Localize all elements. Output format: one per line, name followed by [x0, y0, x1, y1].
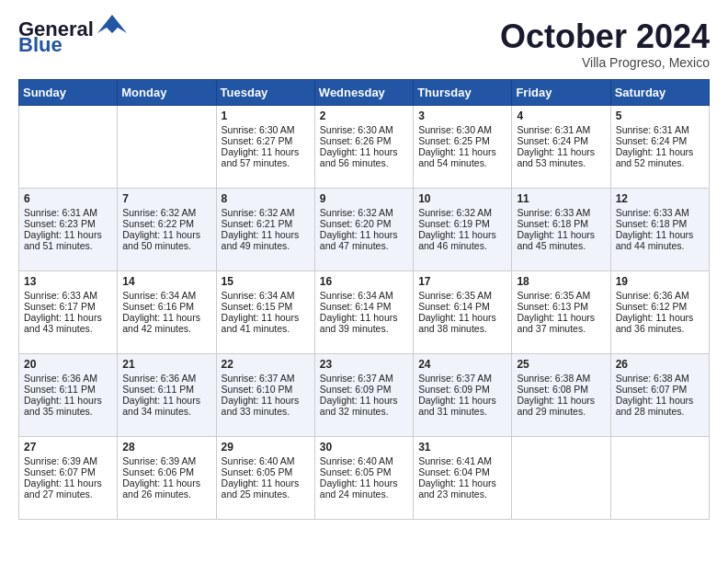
day-info: Sunset: 6:08 PM: [517, 384, 605, 395]
day-info: Sunset: 6:09 PM: [320, 384, 408, 395]
calendar-cell: 4Sunrise: 6:31 AMSunset: 6:24 PMDaylight…: [512, 105, 610, 188]
day-number: 7: [122, 192, 210, 205]
day-info: Sunset: 6:12 PM: [616, 301, 704, 312]
day-number: 4: [517, 109, 605, 122]
day-info: Sunset: 6:27 PM: [222, 135, 310, 146]
calendar-cell: 29Sunrise: 6:40 AMSunset: 6:05 PMDayligh…: [216, 436, 314, 519]
calendar-cell: 24Sunrise: 6:37 AMSunset: 6:09 PMDayligh…: [414, 353, 512, 436]
day-info: Sunrise: 6:30 AM: [222, 124, 310, 135]
day-info: Sunset: 6:23 PM: [24, 218, 112, 229]
weekday-header: Wednesday: [314, 79, 413, 105]
day-info: Daylight: 11 hours and 23 minutes.: [418, 477, 506, 500]
day-info: Daylight: 11 hours and 28 minutes.: [616, 395, 704, 417]
day-number: 15: [222, 275, 310, 288]
day-info: Daylight: 11 hours and 54 minutes.: [418, 146, 506, 168]
day-info: Sunset: 6:13 PM: [517, 301, 605, 312]
day-number: 17: [418, 275, 506, 288]
calendar-cell: 14Sunrise: 6:34 AMSunset: 6:16 PMDayligh…: [118, 270, 216, 353]
day-number: 9: [320, 192, 408, 205]
day-info: Sunrise: 6:36 AM: [122, 373, 210, 384]
day-info: Sunrise: 6:31 AM: [517, 124, 605, 135]
day-info: Daylight: 11 hours and 34 minutes.: [122, 395, 210, 417]
day-info: Daylight: 11 hours and 32 minutes.: [320, 395, 408, 417]
day-number: 1: [222, 109, 310, 122]
day-info: Sunrise: 6:39 AM: [24, 455, 112, 466]
day-info: Sunset: 6:10 PM: [222, 384, 310, 395]
day-info: Sunrise: 6:30 AM: [320, 124, 408, 135]
weekday-header-row: SundayMondayTuesdayWednesdayThursdayFrid…: [19, 79, 710, 105]
day-info: Sunrise: 6:37 AM: [320, 373, 408, 384]
calendar-cell: 8Sunrise: 6:32 AMSunset: 6:21 PMDaylight…: [216, 188, 314, 270]
calendar-cell: 23Sunrise: 6:37 AMSunset: 6:09 PMDayligh…: [314, 353, 413, 436]
calendar-cell: 27Sunrise: 6:39 AMSunset: 6:07 PMDayligh…: [19, 436, 118, 519]
day-info: Sunset: 6:09 PM: [418, 384, 506, 395]
day-number: 16: [320, 275, 408, 288]
calendar-cell: [19, 105, 118, 188]
day-info: Daylight: 11 hours and 24 minutes.: [320, 477, 408, 500]
day-info: Sunset: 6:18 PM: [517, 218, 605, 229]
day-info: Sunrise: 6:31 AM: [24, 207, 112, 218]
day-info: Sunrise: 6:32 AM: [418, 207, 506, 218]
calendar-week-row: 13Sunrise: 6:33 AMSunset: 6:17 PMDayligh…: [19, 270, 710, 353]
day-info: Sunset: 6:21 PM: [222, 218, 310, 229]
day-info: Sunrise: 6:39 AM: [122, 455, 210, 466]
calendar-cell: 11Sunrise: 6:33 AMSunset: 6:18 PMDayligh…: [512, 188, 610, 270]
calendar-cell: 7Sunrise: 6:32 AMSunset: 6:22 PMDaylight…: [118, 188, 216, 270]
day-info: Sunrise: 6:36 AM: [616, 290, 704, 301]
day-info: Sunset: 6:19 PM: [418, 218, 506, 229]
calendar-week-row: 27Sunrise: 6:39 AMSunset: 6:07 PMDayligh…: [19, 436, 710, 519]
calendar-cell: 16Sunrise: 6:34 AMSunset: 6:14 PMDayligh…: [314, 270, 413, 353]
day-number: 23: [320, 358, 408, 371]
day-number: 22: [222, 358, 310, 371]
logo-bird-icon: [97, 15, 127, 33]
day-info: Daylight: 11 hours and 49 minutes.: [222, 229, 310, 251]
day-info: Sunset: 6:18 PM: [616, 218, 704, 229]
day-info: Daylight: 11 hours and 26 minutes.: [122, 477, 210, 500]
day-info: Sunset: 6:11 PM: [122, 384, 210, 395]
weekday-header: Sunday: [19, 79, 118, 105]
calendar-cell: 22Sunrise: 6:37 AMSunset: 6:10 PMDayligh…: [216, 353, 314, 436]
weekday-header: Monday: [118, 79, 216, 105]
day-info: Sunset: 6:17 PM: [24, 301, 112, 312]
calendar-cell: 9Sunrise: 6:32 AMSunset: 6:20 PMDaylight…: [314, 188, 413, 270]
day-info: Sunrise: 6:34 AM: [122, 290, 210, 301]
weekday-header: Thursday: [414, 79, 512, 105]
day-number: 18: [517, 275, 605, 288]
calendar-cell: 21Sunrise: 6:36 AMSunset: 6:11 PMDayligh…: [118, 353, 216, 436]
day-info: Sunset: 6:11 PM: [24, 384, 112, 395]
day-info: Daylight: 11 hours and 51 minutes.: [24, 229, 112, 251]
day-info: Sunrise: 6:37 AM: [418, 373, 506, 384]
day-info: Sunset: 6:24 PM: [616, 135, 704, 146]
day-info: Daylight: 11 hours and 52 minutes.: [616, 146, 704, 168]
day-number: 13: [24, 275, 112, 288]
calendar-week-row: 1Sunrise: 6:30 AMSunset: 6:27 PMDaylight…: [19, 105, 710, 188]
calendar-cell: 19Sunrise: 6:36 AMSunset: 6:12 PMDayligh…: [610, 270, 709, 353]
day-info: Sunset: 6:05 PM: [320, 466, 408, 477]
day-info: Sunrise: 6:35 AM: [418, 290, 506, 301]
day-info: Daylight: 11 hours and 38 minutes.: [418, 312, 506, 334]
logo-blue: Blue: [18, 35, 63, 55]
calendar-cell: 6Sunrise: 6:31 AMSunset: 6:23 PMDaylight…: [19, 188, 118, 270]
day-number: 25: [517, 358, 605, 371]
day-info: Sunrise: 6:38 AM: [616, 373, 704, 384]
weekday-header: Saturday: [610, 79, 709, 105]
day-info: Sunrise: 6:32 AM: [320, 207, 408, 218]
svg-marker-0: [97, 15, 127, 33]
day-info: Daylight: 11 hours and 37 minutes.: [517, 312, 605, 334]
day-number: 5: [616, 109, 704, 122]
day-info: Sunrise: 6:37 AM: [222, 373, 310, 384]
calendar-cell: [610, 436, 709, 519]
day-info: Sunrise: 6:36 AM: [24, 373, 112, 384]
day-info: Sunset: 6:14 PM: [320, 301, 408, 312]
calendar-cell: 15Sunrise: 6:34 AMSunset: 6:15 PMDayligh…: [216, 270, 314, 353]
day-info: Sunset: 6:26 PM: [320, 135, 408, 146]
calendar-cell: 10Sunrise: 6:32 AMSunset: 6:19 PMDayligh…: [414, 188, 512, 270]
day-info: Sunset: 6:16 PM: [122, 301, 210, 312]
day-number: 3: [418, 109, 506, 122]
day-number: 29: [222, 441, 310, 454]
calendar-cell: [118, 105, 216, 188]
day-number: 14: [122, 275, 210, 288]
calendar-cell: 12Sunrise: 6:33 AMSunset: 6:18 PMDayligh…: [610, 188, 709, 270]
month-title: October 2024: [500, 18, 710, 55]
day-info: Daylight: 11 hours and 35 minutes.: [24, 395, 112, 417]
